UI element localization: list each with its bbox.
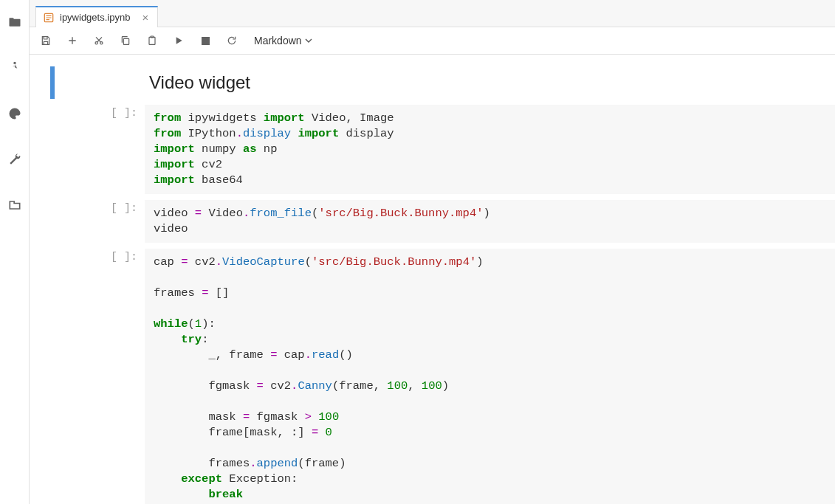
svg-point-1 bbox=[11, 112, 13, 114]
notebook-body[interactable]: Video widget [ ]: from ipywidgets import… bbox=[30, 55, 835, 504]
close-icon[interactable]: × bbox=[142, 12, 148, 23]
code-editor[interactable]: cap = cv2.VideoCapture('src/Big.Buck.Bun… bbox=[145, 249, 835, 504]
cell-prompt: [ ]: bbox=[30, 105, 145, 194]
run-button[interactable] bbox=[171, 33, 186, 48]
insert-cell-button[interactable] bbox=[65, 33, 80, 48]
paste-button[interactable] bbox=[145, 33, 159, 48]
folder-icon[interactable] bbox=[6, 13, 24, 31]
copy-button[interactable] bbox=[118, 33, 133, 48]
svg-point-3 bbox=[16, 111, 17, 113]
tab-title: ipywidgets.ipynb bbox=[60, 12, 130, 23]
tab-bar: ipywidgets.ipynb × bbox=[30, 0, 835, 27]
stop-button[interactable] bbox=[198, 33, 213, 48]
md-heading: Video widget bbox=[149, 72, 835, 93]
activity-bar bbox=[0, 0, 30, 504]
svg-rect-8 bbox=[149, 37, 155, 44]
code-cell[interactable]: [ ]: from ipywidgets import Video, Image… bbox=[30, 105, 835, 194]
svg-point-2 bbox=[13, 110, 15, 111]
code-editor[interactable]: from ipywidgets import Video, Image from… bbox=[145, 105, 835, 194]
cell-type-label: Markdown bbox=[254, 35, 302, 46]
code-cell[interactable]: [ ]: cap = cv2.VideoCapture('src/Big.Buc… bbox=[30, 249, 835, 504]
notebook-icon bbox=[44, 13, 54, 23]
restart-button[interactable] bbox=[224, 33, 239, 48]
tab-notebook[interactable]: ipywidgets.ipynb × bbox=[35, 6, 158, 27]
cell-type-select[interactable]: Markdown bbox=[254, 35, 312, 46]
cell-prompt: [ ]: bbox=[30, 200, 145, 243]
wrench-icon[interactable] bbox=[6, 151, 24, 168]
palette-icon[interactable] bbox=[6, 105, 24, 122]
save-button[interactable] bbox=[38, 33, 53, 48]
svg-point-6 bbox=[100, 42, 103, 44]
notebook-toolbar: Markdown bbox=[30, 27, 835, 55]
cut-button[interactable] bbox=[92, 33, 106, 48]
svg-point-5 bbox=[95, 42, 97, 44]
svg-rect-7 bbox=[123, 38, 128, 44]
markdown-cell[interactable]: Video widget bbox=[30, 66, 835, 99]
tabs-icon[interactable] bbox=[6, 196, 24, 214]
running-icon[interactable] bbox=[6, 59, 24, 77]
code-cell[interactable]: [ ]: video = Video.from_file('src/Big.Bu… bbox=[30, 200, 835, 243]
svg-point-0 bbox=[13, 62, 16, 64]
cell-prompt: [ ]: bbox=[30, 249, 145, 504]
code-editor[interactable]: video = Video.from_file('src/Big.Buck.Bu… bbox=[145, 200, 835, 243]
chevron-down-icon bbox=[305, 37, 312, 44]
main-area: ipywidgets.ipynb × bbox=[30, 0, 835, 504]
